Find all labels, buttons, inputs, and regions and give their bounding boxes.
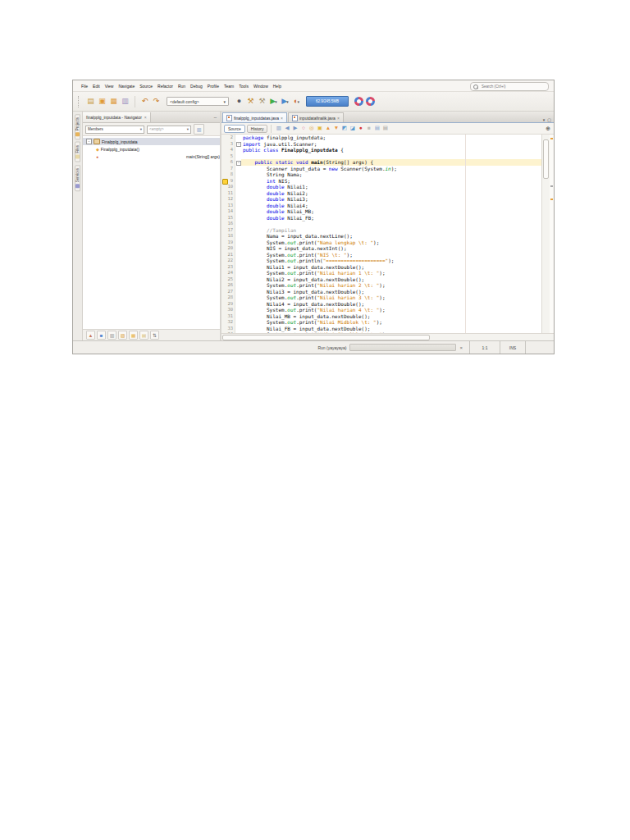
find-occurrences-icon[interactable]: ◎ <box>308 125 315 132</box>
code-line-2: 2package finalpplg_inputdata; <box>221 135 542 141</box>
caret-mark[interactable] <box>550 185 553 187</box>
show-static-icon[interactable]: ▥ <box>107 331 116 340</box>
menu-item-run[interactable]: Run <box>176 83 188 89</box>
previous-match-icon[interactable]: ▲ <box>324 125 331 132</box>
profile-point-icon-2[interactable] <box>366 97 375 106</box>
code-line-5: 5 <box>221 153 542 160</box>
config-select[interactable]: <default config> ▾ <box>167 97 229 106</box>
menu-item-edit[interactable]: Edit <box>90 83 103 89</box>
menu-item-refactor[interactable]: Refactor <box>155 83 176 89</box>
previous-bookmark-icon[interactable]: ◩ <box>340 125 348 132</box>
navigator-tab[interactable]: finalpplg_inputdata - Navigator × <box>83 112 151 122</box>
code-line-9: 9int NIS; <box>221 178 542 185</box>
record-macro-icon[interactable]: ● <box>357 125 364 132</box>
toolbar-file-group: ▤▣▦▥ <box>85 96 130 107</box>
source-button[interactable]: Source <box>224 125 245 133</box>
profile-project-icon[interactable]: ◐▾ <box>291 96 302 107</box>
menu-item-tools[interactable]: Tools <box>236 83 251 89</box>
hint-lightbulb-icon[interactable] <box>222 179 228 185</box>
close-icon[interactable]: × <box>281 116 283 121</box>
redo-icon[interactable]: ↷ <box>151 96 162 107</box>
back-icon[interactable]: ◀ <box>283 125 290 132</box>
run-project-icon[interactable]: ▶▾ <box>268 96 279 107</box>
undo-icon[interactable]: ↶ <box>139 96 150 107</box>
profile-point-icon-1[interactable] <box>354 97 363 106</box>
last-edit-icon[interactable]: ▥ <box>275 125 282 132</box>
clean-build-icon[interactable]: ⚒ <box>257 96 267 107</box>
tab-finalpplg-inputdatas-java[interactable]: finalpplg_inputdatas.java × <box>222 112 287 122</box>
filter-settings-icon[interactable]: ▥ <box>194 124 204 135</box>
code-line-17: 17//Tampilan <box>221 227 542 234</box>
cancel-progress-icon[interactable]: × <box>459 345 463 350</box>
minimize-icon[interactable]: – <box>211 115 220 120</box>
tree-item-class[interactable]: − Finalpplg_inputdata <box>83 138 220 145</box>
menu-item-team[interactable]: Team <box>221 83 236 89</box>
horizontal-scrollbar[interactable] <box>221 333 554 340</box>
show-inherited-icon[interactable]: ▲ <box>86 331 95 340</box>
show-fields-icon[interactable]: ■ <box>97 331 106 340</box>
next-match-icon[interactable]: ▼ <box>332 125 340 132</box>
warning-mark[interactable] <box>550 138 553 139</box>
code-area[interactable]: 2package finalpplg_inputdata;3−import ja… <box>221 135 542 333</box>
menu-item-window[interactable]: Window <box>251 83 271 89</box>
next-bookmark-icon[interactable]: ◪ <box>349 125 356 132</box>
scrollbar-thumb[interactable] <box>543 139 549 179</box>
error-stripe[interactable] <box>550 135 554 333</box>
menu-item-view[interactable]: View <box>103 83 116 89</box>
history-button[interactable]: History <box>247 125 268 133</box>
tree-item-constructor[interactable]: ◆ Finalpplg_inputdata() <box>83 145 220 153</box>
sidebar-tab-files[interactable]: Files <box>75 142 80 162</box>
debug-project-icon[interactable]: ▶▾ <box>280 96 290 107</box>
menu-item-file[interactable]: File <box>79 83 90 89</box>
filter-icon[interactable]: ⇅ <box>150 331 159 340</box>
warning-mark[interactable] <box>550 199 553 200</box>
sort-alpha-icon[interactable]: ▦ <box>129 331 138 340</box>
code-line-21: 21System.out.print("NIS \t: "); <box>221 252 542 258</box>
collapse-toggle-icon[interactable]: − <box>86 139 92 144</box>
stop-macro-icon[interactable]: ■ <box>365 125 372 132</box>
open-project-icon[interactable]: ▦ <box>108 96 119 107</box>
menu-item-navigate[interactable]: Navigate <box>116 83 137 89</box>
tab-inputdatafinalik-java[interactable]: inputdatafinalik.java × <box>288 112 344 122</box>
show-non-public-icon[interactable]: ▨ <box>118 331 127 340</box>
members-filter-select[interactable]: Members ▾ <box>85 126 144 134</box>
close-icon[interactable]: × <box>337 116 340 121</box>
maximize-icon[interactable]: ▢ <box>547 117 551 122</box>
find-selection-icon[interactable]: ○ <box>299 125 307 132</box>
scrollbar-thumb[interactable] <box>222 335 430 340</box>
navigator-filters: Members ▾ <empty> ▾ ▥ <box>83 123 220 136</box>
new-file-icon[interactable]: ▤ <box>85 96 96 107</box>
sidebar-tab-projects[interactable]: Projects <box>75 114 80 139</box>
chevron-down-icon: ▾ <box>286 99 289 104</box>
search-input[interactable] <box>480 84 541 89</box>
menu-item-source[interactable]: Source <box>137 83 155 89</box>
error-summary-icon[interactable]: ⊕ <box>546 126 551 132</box>
quick-search[interactable] <box>470 82 549 91</box>
toolbar-grip[interactable] <box>78 96 81 107</box>
new-project-icon[interactable]: ▣ <box>97 96 107 107</box>
toggle-highlight-icon[interactable]: ▣ <box>316 125 323 132</box>
tree-item-main[interactable]: ● main(String[] args) <box>83 153 220 160</box>
tab-list-icon[interactable]: ▾ <box>543 117 546 122</box>
comment-icon[interactable]: ▤ <box>373 125 381 132</box>
editor-tab-bar: finalpplg_inputdatas.java × inputdatafin… <box>221 112 554 123</box>
menu-item-profile[interactable]: Profile <box>205 83 221 89</box>
build-project-icon[interactable]: ⚒ <box>245 96 256 107</box>
sidebar-tab-label: Services <box>75 168 80 182</box>
forward-icon[interactable]: ▶ <box>291 125 299 132</box>
menu-item-help[interactable]: Help <box>271 83 284 89</box>
memory-indicator[interactable]: 62.9/245.5MB <box>306 96 349 107</box>
vertical-scrollbar[interactable] <box>541 135 550 333</box>
uncomment-icon[interactable]: ▤ <box>381 125 389 132</box>
deploy-icon[interactable]: ● <box>234 96 244 107</box>
insert-mode-indicator[interactable]: INS <box>500 341 525 354</box>
save-all-icon[interactable]: ▥ <box>120 96 130 107</box>
java-file-icon <box>226 115 232 121</box>
sidebar-tab-services[interactable]: Services <box>75 165 80 191</box>
code-line-8: 8String Nama; <box>221 171 542 178</box>
sort-source-icon[interactable]: ▤ <box>139 331 148 340</box>
close-icon[interactable]: × <box>144 115 147 120</box>
menu-item-debug[interactable]: Debug <box>188 83 205 89</box>
inherited-filter-select[interactable]: <empty> ▾ <box>147 126 191 134</box>
navigator-tree: − Finalpplg_inputdata ◆ Finalpplg_inputd… <box>83 136 220 329</box>
